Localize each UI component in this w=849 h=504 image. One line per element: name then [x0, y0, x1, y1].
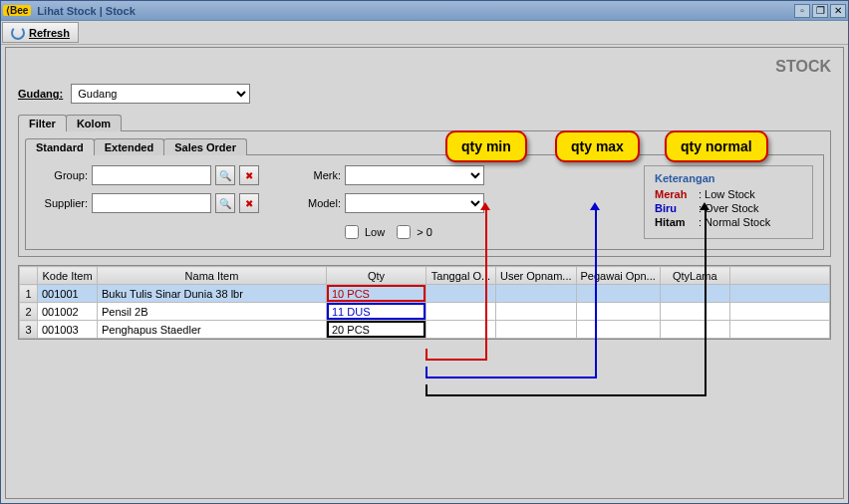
search-icon: 🔍 [219, 170, 231, 181]
maximize-button[interactable]: ❐ [812, 4, 828, 18]
merk-select[interactable] [345, 165, 484, 185]
group-label: Group: [36, 169, 88, 181]
supplier-clear-button[interactable]: ✖ [239, 193, 259, 213]
model-label: Model: [289, 197, 341, 209]
gudang-label: Gudang: [18, 88, 63, 100]
table-row[interactable]: 1 001001 Buku Tulis Sinar Dunia 38 lbr 1… [20, 285, 830, 303]
callout-qty-max: qty max [555, 130, 640, 162]
col-pegawai-opname[interactable]: Pegawai Opn... [576, 267, 660, 285]
col-spacer [729, 267, 829, 285]
callout-qty-min: qty min [445, 130, 527, 162]
gt0-label: > 0 [417, 226, 432, 238]
col-qty[interactable]: Qty [327, 267, 426, 285]
table-row[interactable]: 2 001002 Pensil 2B 11 DUS [20, 303, 830, 321]
refresh-button[interactable]: Refresh [2, 22, 79, 43]
low-label: Low [365, 226, 385, 238]
col-kode-item[interactable]: Kode Item [38, 267, 98, 285]
grid-header-row: Kode Item Nama Item Qty Tanggal O... Use… [20, 267, 830, 285]
outer-tabstrip: Filter Kolom [18, 114, 831, 130]
stock-grid: Kode Item Nama Item Qty Tanggal O... Use… [18, 265, 831, 340]
tab-standard[interactable]: Standard [25, 138, 95, 155]
gudang-select[interactable]: Gudang [71, 84, 250, 104]
clear-icon: ✖ [245, 198, 253, 209]
refresh-label: Refresh [29, 27, 70, 39]
keterangan-title: Keterangan [655, 172, 802, 184]
qty-cell-normal: 20 PCS [327, 321, 425, 338]
search-icon: 🔍 [219, 198, 231, 209]
keterangan-box: Keterangan Merah: Low Stock Biru: Over S… [644, 165, 813, 239]
tab-kolom[interactable]: Kolom [66, 115, 122, 131]
window-title: Lihat Stock | Stock [37, 5, 792, 17]
model-select[interactable] [345, 193, 484, 213]
qty-cell-low: 10 PCS [327, 285, 425, 302]
close-button[interactable]: ✕ [830, 4, 846, 18]
minimize-button[interactable]: ▫ [794, 4, 810, 18]
group-clear-button[interactable]: ✖ [239, 165, 259, 185]
tab-sales-order[interactable]: Sales Order [163, 138, 247, 155]
col-qty-lama[interactable]: QtyLama [660, 267, 729, 285]
refresh-icon [11, 26, 25, 40]
supplier-label: Supplier: [36, 197, 88, 209]
merk-label: Merk: [289, 169, 341, 181]
callout-qty-normal: qty normal [665, 130, 768, 162]
low-checkbox[interactable] [345, 225, 359, 239]
content-panel: STOCK Gudang: Gudang Filter Kolom Standa… [5, 47, 844, 499]
table-row[interactable]: 3 001003 Penghapus Staedler 20 PCS [20, 321, 830, 339]
app-logo: ⟨Bee [3, 5, 31, 16]
toolbar: Refresh [1, 21, 848, 45]
tab-filter[interactable]: Filter [18, 115, 67, 131]
titlebar: ⟨Bee Lihat Stock | Stock ▫ ❐ ✕ [1, 1, 848, 21]
clear-icon: ✖ [245, 170, 253, 181]
col-nama-item[interactable]: Nama Item [98, 267, 327, 285]
group-search-button[interactable]: 🔍 [215, 165, 235, 185]
tab-extended[interactable]: Extended [94, 138, 165, 155]
gt0-checkbox[interactable] [397, 225, 411, 239]
qty-cell-over: 11 DUS [327, 303, 425, 320]
page-title: STOCK [18, 58, 831, 76]
supplier-input[interactable] [92, 193, 211, 213]
supplier-search-button[interactable]: 🔍 [215, 193, 235, 213]
grid-corner [20, 267, 38, 285]
group-input[interactable] [92, 165, 211, 185]
col-user-opname[interactable]: User Opnam... [496, 267, 577, 285]
